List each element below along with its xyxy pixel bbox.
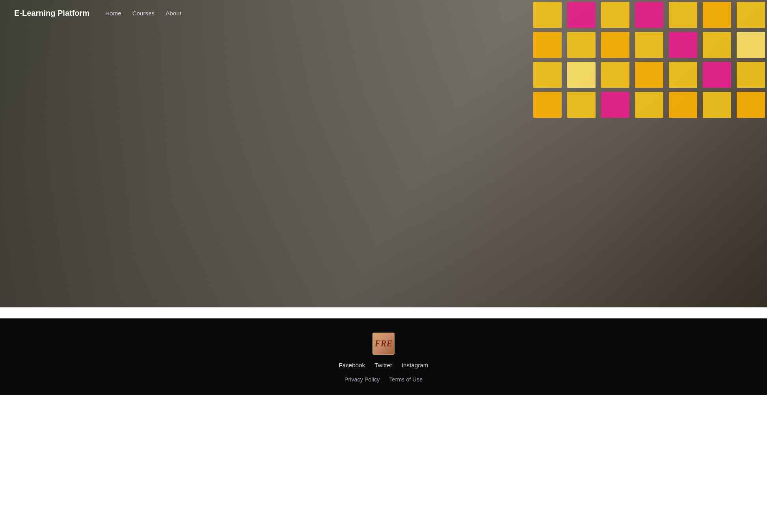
nav-brand[interactable]: E-Learning Platform bbox=[14, 9, 89, 18]
sticky-note bbox=[635, 32, 663, 58]
sticky-note bbox=[737, 92, 765, 118]
footer-social-links: Facebook Twitter Instagram bbox=[339, 362, 428, 369]
sticky-note bbox=[703, 62, 731, 88]
hero-section bbox=[0, 0, 767, 307]
main-nav: E-Learning Platform Home Courses About bbox=[0, 0, 767, 26]
footer-legal-links: Privacy Policy Terms of Use bbox=[344, 376, 423, 383]
sticky-note bbox=[635, 62, 663, 88]
sticky-note bbox=[533, 62, 562, 88]
sticky-note bbox=[703, 32, 731, 58]
nav-links: Home Courses About bbox=[105, 10, 181, 17]
sticky-note bbox=[567, 62, 596, 88]
section-divider bbox=[0, 307, 767, 318]
sticky-note bbox=[601, 32, 629, 58]
sticky-note bbox=[737, 62, 765, 88]
footer-logo: FRE bbox=[372, 333, 395, 355]
sticky-note bbox=[669, 62, 697, 88]
sticky-note bbox=[669, 92, 697, 118]
sticky-note bbox=[533, 92, 562, 118]
sticky-note bbox=[601, 62, 629, 88]
footer-logo-text: FRE bbox=[375, 339, 393, 349]
sticky-note bbox=[601, 92, 629, 118]
footer-instagram-link[interactable]: Instagram bbox=[402, 362, 428, 368]
sticky-note bbox=[635, 92, 663, 118]
footer-twitter-link[interactable]: Twitter bbox=[374, 362, 392, 368]
sticky-note bbox=[567, 32, 596, 58]
nav-home[interactable]: Home bbox=[105, 10, 121, 17]
sticky-note bbox=[567, 92, 596, 118]
sticky-note bbox=[703, 92, 731, 118]
footer-terms-of-use-link[interactable]: Terms of Use bbox=[389, 376, 423, 383]
footer-facebook-link[interactable]: Facebook bbox=[339, 362, 365, 368]
footer-privacy-policy-link[interactable]: Privacy Policy bbox=[344, 376, 380, 383]
page-footer: FRE Facebook Twitter Instagram Privacy P… bbox=[0, 318, 767, 395]
nav-about[interactable]: About bbox=[166, 10, 181, 17]
sticky-note bbox=[669, 32, 697, 58]
sticky-note bbox=[737, 32, 765, 58]
nav-courses[interactable]: Courses bbox=[132, 10, 155, 17]
sticky-note bbox=[533, 32, 562, 58]
